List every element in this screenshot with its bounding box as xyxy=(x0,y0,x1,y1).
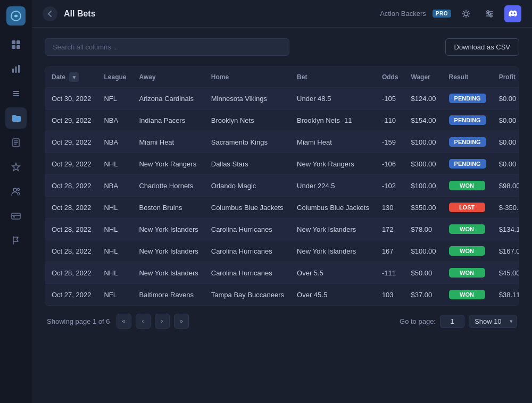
sidebar-icon-users[interactable] xyxy=(5,181,27,202)
result-badge: PENDING xyxy=(449,115,486,125)
cell-profit: $0.00 xyxy=(493,153,519,175)
topbar-right: Action Backers PRO xyxy=(380,5,521,22)
svg-point-36 xyxy=(488,13,491,15)
content-area: Download as CSV Date ▼ League Away Home … xyxy=(32,28,532,403)
table-body: Oct 30, 2022 NFL Arizona Cardinals Minne… xyxy=(45,88,519,306)
result-badge: WON xyxy=(449,181,485,190)
cell-result: WON xyxy=(443,262,493,284)
sidebar-icon-grid[interactable] xyxy=(5,34,27,55)
svg-rect-20 xyxy=(13,216,15,217)
sidebar-icon-list[interactable] xyxy=(5,83,27,104)
cell-away: New York Islanders xyxy=(132,240,204,262)
svg-line-28 xyxy=(468,15,469,16)
cell-wager: $100.00 xyxy=(405,131,443,153)
cell-away: New York Islanders xyxy=(132,262,204,284)
svg-line-27 xyxy=(463,11,464,12)
cell-date: Oct 28, 2022 xyxy=(45,262,97,284)
result-badge: PENDING xyxy=(449,137,486,147)
svg-rect-7 xyxy=(18,65,20,73)
cell-wager: $78.00 xyxy=(405,219,443,240)
cell-result: WON xyxy=(443,175,493,197)
toolbar: Download as CSV xyxy=(45,38,519,56)
sidebar-icon-card[interactable] xyxy=(5,205,27,226)
cell-profit: $0.00 xyxy=(493,110,519,131)
cell-bet: New York Islanders xyxy=(290,219,376,240)
col-league: League xyxy=(97,67,132,88)
svg-point-16 xyxy=(13,188,16,191)
bets-table-wrap: Date ▼ League Away Home Bet Odds Wager R… xyxy=(45,66,519,306)
sidebar-icon-receipt[interactable] xyxy=(5,132,27,153)
cell-bet: Miami Heat xyxy=(290,131,376,153)
svg-rect-3 xyxy=(12,45,15,49)
cell-profit: $0.00 xyxy=(493,88,519,110)
svg-rect-5 xyxy=(12,69,14,73)
table-row: Oct 28, 2022 NHL New York Islanders Caro… xyxy=(45,219,519,240)
cell-away: New York Rangers xyxy=(132,153,204,175)
prev-page-button[interactable]: ‹ xyxy=(136,314,151,329)
cell-date: Oct 29, 2022 xyxy=(45,110,97,131)
table-row: Oct 28, 2022 NHL Boston Bruins Columbus … xyxy=(45,197,519,219)
sidebar-icon-chart[interactable] xyxy=(5,58,27,80)
cell-home: Carolina Hurricanes xyxy=(205,240,290,262)
search-input[interactable] xyxy=(45,38,289,56)
cell-odds: 167 xyxy=(376,240,405,262)
cell-league: NFL xyxy=(97,88,132,110)
showing-text: Showing page 1 of 6 xyxy=(47,317,110,325)
cell-bet: New York Islanders xyxy=(290,240,376,262)
sliders-icon-button[interactable] xyxy=(481,5,498,22)
cell-wager: $124.00 xyxy=(405,88,443,110)
cell-odds: -111 xyxy=(376,262,405,284)
result-badge: WON xyxy=(449,290,485,299)
result-badge: PENDING xyxy=(449,159,486,169)
result-badge: PENDING xyxy=(449,94,486,103)
cell-profit: $0.00 xyxy=(493,131,519,153)
table-row: Oct 28, 2022 NHL New York Islanders Caro… xyxy=(45,240,519,262)
pagination-right: Go to page: Show 10 Show 25 Show 50 xyxy=(400,315,517,328)
cell-wager: $154.00 xyxy=(405,110,443,131)
col-wager: Wager xyxy=(405,67,443,88)
sidebar-icon-badge[interactable] xyxy=(5,156,27,178)
cell-away: Charlotte Hornets xyxy=(132,175,204,197)
col-away: Away xyxy=(132,67,204,88)
cell-away: New York Islanders xyxy=(132,219,204,240)
table-row: Oct 30, 2022 NFL Arizona Cardinals Minne… xyxy=(45,88,519,110)
svg-point-17 xyxy=(18,189,20,191)
svg-marker-15 xyxy=(12,163,20,171)
result-badge: LOST xyxy=(449,203,485,212)
cell-date: Oct 29, 2022 xyxy=(45,153,97,175)
col-odds: Odds xyxy=(376,67,405,88)
cell-result: PENDING xyxy=(443,110,493,131)
date-sort-icon[interactable]: ▼ xyxy=(69,72,79,82)
svg-line-29 xyxy=(468,11,469,12)
svg-rect-1 xyxy=(12,40,15,44)
svg-point-34 xyxy=(490,15,492,17)
last-page-button[interactable]: » xyxy=(174,314,189,329)
cell-home: Brooklyn Nets xyxy=(205,110,290,131)
goto-page-input[interactable] xyxy=(440,315,464,328)
col-home: Home xyxy=(205,67,290,88)
cell-date: Oct 28, 2022 xyxy=(45,240,97,262)
discord-button[interactable] xyxy=(504,5,521,22)
cell-home: Tampa Bay Buccaneers xyxy=(205,284,290,306)
first-page-button[interactable]: « xyxy=(117,314,131,329)
download-csv-button[interactable]: Download as CSV xyxy=(445,38,520,56)
cell-odds: -110 xyxy=(376,110,405,131)
col-result: Result xyxy=(443,67,493,88)
cell-profit: $-350.00 xyxy=(493,197,519,219)
cell-odds: -159 xyxy=(376,131,405,153)
sidebar-icon-folder[interactable] xyxy=(5,107,27,129)
bets-table: Date ▼ League Away Home Bet Odds Wager R… xyxy=(45,67,519,306)
svg-line-30 xyxy=(463,15,464,16)
cell-league: NHL xyxy=(97,153,132,175)
cell-odds: -106 xyxy=(376,153,405,175)
table-row: Oct 27, 2022 NFL Baltimore Ravens Tampa … xyxy=(45,284,519,306)
next-page-button[interactable]: › xyxy=(155,314,170,329)
show-count-select[interactable]: Show 10 Show 25 Show 50 xyxy=(469,315,517,328)
cell-league: NBA xyxy=(97,175,132,197)
sun-icon-button[interactable] xyxy=(458,5,475,22)
cell-result: PENDING xyxy=(443,153,493,175)
back-button[interactable] xyxy=(43,6,57,21)
sidebar-icon-flag[interactable] xyxy=(5,230,27,251)
svg-rect-2 xyxy=(16,40,20,44)
cell-league: NHL xyxy=(97,197,132,219)
